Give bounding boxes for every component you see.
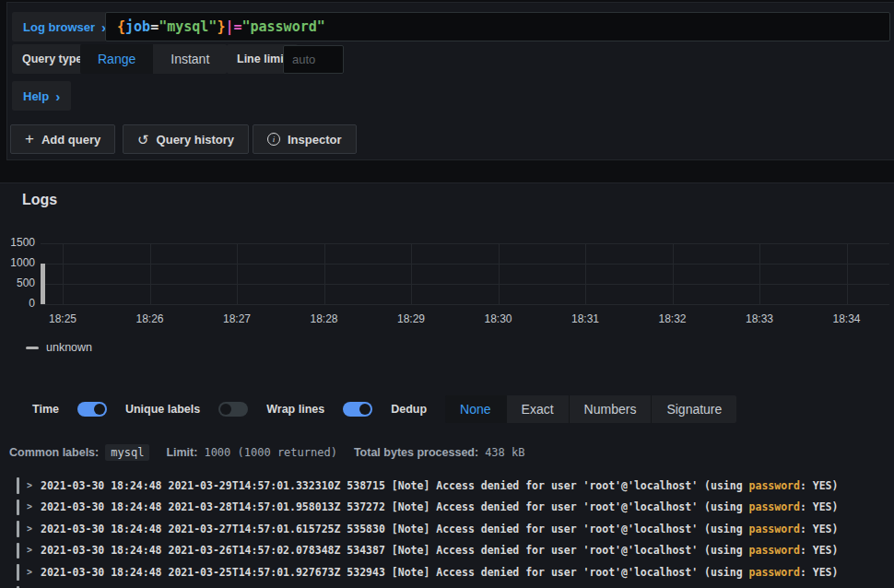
wrap-lines-label: Wrap lines xyxy=(266,403,324,416)
legend-series-marker xyxy=(26,347,39,349)
bytes-processed-label: Total bytes processed: xyxy=(354,446,478,459)
log-browser-button[interactable]: Log browser › xyxy=(12,12,117,41)
x-tick-label: 18:33 xyxy=(741,312,778,325)
log-meta-bar: Common labels: mysql Limit: 1000 (1000 r… xyxy=(9,444,542,461)
query-history-label: Query history xyxy=(157,133,235,147)
chart-gridline xyxy=(237,243,238,304)
expand-caret-icon[interactable]: > xyxy=(27,480,32,490)
panel-title: Logs xyxy=(22,192,57,208)
plus-icon: + xyxy=(25,131,34,147)
info-icon: i xyxy=(267,133,280,146)
chart-gridline xyxy=(150,243,151,304)
chart-gridline xyxy=(63,243,64,304)
x-tick-label: 18:27 xyxy=(218,312,255,325)
log-row[interactable]: >2021-03-30 18:24:48 2021-03-27T14:57:01… xyxy=(0,518,894,540)
log-rows: >2021-03-30 18:24:48 2021-03-29T14:57:01… xyxy=(0,475,894,588)
limit-value: 1000 (1000 returned) xyxy=(204,446,337,459)
search-match-highlight: password xyxy=(749,566,800,579)
query-expression: {job="mysql"}|="password" xyxy=(117,18,325,35)
log-line-text: 2021-03-30 18:24:48 2021-03-28T14:57:01.… xyxy=(41,500,838,513)
unique-labels-label: Unique labels xyxy=(125,403,200,416)
add-query-button[interactable]: + Add query xyxy=(10,124,115,154)
x-axis-labels: 18:2518:2618:2718:2818:2918:3018:3118:32… xyxy=(0,312,894,327)
log-row[interactable]: >2021-03-30 18:24:48 2021-03-25T14:57:01… xyxy=(0,561,894,583)
chart-gridline xyxy=(499,243,500,304)
dedup-label: Dedup xyxy=(391,403,427,416)
query-type-instant-button[interactable]: Instant xyxy=(153,44,227,74)
legend-series-label[interactable]: unknown xyxy=(46,341,92,354)
y-axis-labels: 050010001500 xyxy=(0,243,35,304)
unique-labels-toggle[interactable] xyxy=(218,402,248,417)
query-type-group: Range Instant xyxy=(80,44,227,74)
dedup-option-numbers[interactable]: Numbers xyxy=(569,395,652,423)
x-tick-label: 18:30 xyxy=(480,312,517,325)
x-tick-label: 18:28 xyxy=(306,312,343,325)
chart-plot xyxy=(41,243,889,304)
limit-label: Limit: xyxy=(166,446,197,459)
log-browser-label: Log browser xyxy=(23,20,95,34)
help-label: Help xyxy=(23,89,49,103)
y-tick-label: 0 xyxy=(0,297,35,311)
query-editor-card: Log browser › {job="mysql"}|="password" … xyxy=(6,2,894,160)
y-tick-label: 1000 xyxy=(0,256,35,270)
x-tick-label: 18:32 xyxy=(654,312,691,325)
y-tick-label: 1500 xyxy=(0,236,35,250)
chart-legend: unknown xyxy=(26,341,92,354)
log-line-text: 2021-03-30 18:24:48 2021-03-27T14:57:01.… xyxy=(41,523,838,535)
expand-caret-icon[interactable]: > xyxy=(27,545,32,555)
log-line-text: 2021-03-30 18:24:48 2021-03-26T14:57:02.… xyxy=(41,544,838,557)
log-row[interactable]: >2021-03-30 18:24:48 2021-03-28T14:57:01… xyxy=(0,497,894,519)
chart-gridline xyxy=(324,243,325,304)
query-token: |= xyxy=(225,18,241,35)
toggle-knob xyxy=(220,404,231,415)
inspector-button[interactable]: i Inspector xyxy=(253,124,357,154)
query-input[interactable]: {job="mysql"}|="password" xyxy=(105,12,890,41)
log-row[interactable]: >2021-03-30 18:24:48 2021-03-24T14:57:01… xyxy=(0,583,894,588)
logs-panel: Logs 050010001500 18:2518:2618:2718:2818… xyxy=(0,182,894,588)
log-line-text: 2021-03-30 18:24:48 2021-03-29T14:57:01.… xyxy=(41,479,838,492)
inspector-label: Inspector xyxy=(288,133,342,147)
expand-caret-icon[interactable]: > xyxy=(27,523,32,534)
x-tick-label: 18:31 xyxy=(567,312,604,325)
log-volume-bar[interactable] xyxy=(41,264,45,304)
chart-gridline xyxy=(847,243,848,304)
query-token: "password" xyxy=(241,18,324,35)
dedup-option-signature[interactable]: Signature xyxy=(651,395,736,423)
log-level-bar xyxy=(17,477,19,494)
expand-caret-icon[interactable]: > xyxy=(27,501,32,512)
time-label: Time xyxy=(32,403,59,416)
dedup-option-exact[interactable]: Exact xyxy=(506,395,569,423)
common-labels-value: mysql xyxy=(105,444,149,461)
query-token: "mysql" xyxy=(159,18,217,35)
dedup-group: NoneExactNumbersSignature xyxy=(445,395,736,423)
x-tick-label: 18:25 xyxy=(44,312,81,325)
chart-gridline xyxy=(41,243,889,244)
query-token: { xyxy=(117,18,125,35)
chart-gridline xyxy=(673,243,674,304)
dedup-option-none[interactable]: None xyxy=(445,395,505,423)
wrap-lines-toggle[interactable] xyxy=(343,402,372,417)
log-options-bar: Time Unique labels Wrap lines Dedup None… xyxy=(32,395,736,423)
query-history-button[interactable]: ↺ Query history xyxy=(123,124,249,154)
log-level-bar xyxy=(17,500,19,516)
search-match-highlight: password xyxy=(749,479,800,492)
log-row[interactable]: >2021-03-30 18:24:48 2021-03-26T14:57:02… xyxy=(0,540,894,562)
time-toggle[interactable] xyxy=(77,402,107,417)
expand-caret-icon[interactable]: > xyxy=(27,567,32,577)
log-level-bar xyxy=(17,564,19,581)
line-limit-input[interactable] xyxy=(283,45,344,74)
chart-gridline xyxy=(759,243,760,304)
log-row[interactable]: >2021-03-30 18:24:48 2021-03-29T14:57:01… xyxy=(0,475,894,497)
chart-gridline xyxy=(41,264,889,265)
grafana-explore-screen: Log browser › {job="mysql"}|="password" … xyxy=(0,0,894,588)
search-match-highlight: password xyxy=(749,500,800,513)
query-type-range-button[interactable]: Range xyxy=(80,44,153,74)
query-token: = xyxy=(150,18,159,35)
chart-gridline xyxy=(411,243,412,304)
search-match-highlight: password xyxy=(749,544,800,557)
chevron-right-icon: › xyxy=(55,89,60,103)
help-button[interactable]: Help › xyxy=(12,81,71,111)
x-tick-label: 18:26 xyxy=(132,312,169,325)
toggle-knob xyxy=(94,404,105,415)
x-tick-label: 18:29 xyxy=(393,312,429,325)
